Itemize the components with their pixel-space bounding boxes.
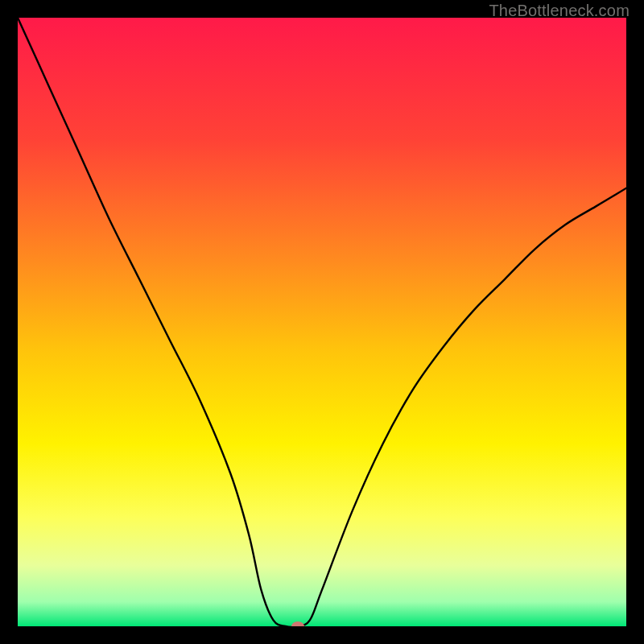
watermark-text: TheBottleneck.com	[489, 2, 630, 20]
bottleneck-curve	[18, 18, 626, 626]
chart-container: TheBottleneck.com	[0, 0, 644, 644]
svg-rect-0	[18, 18, 626, 626]
heat-gradient-background	[18, 18, 626, 626]
plot-area	[18, 18, 626, 626]
optimal-point-marker	[291, 621, 304, 626]
